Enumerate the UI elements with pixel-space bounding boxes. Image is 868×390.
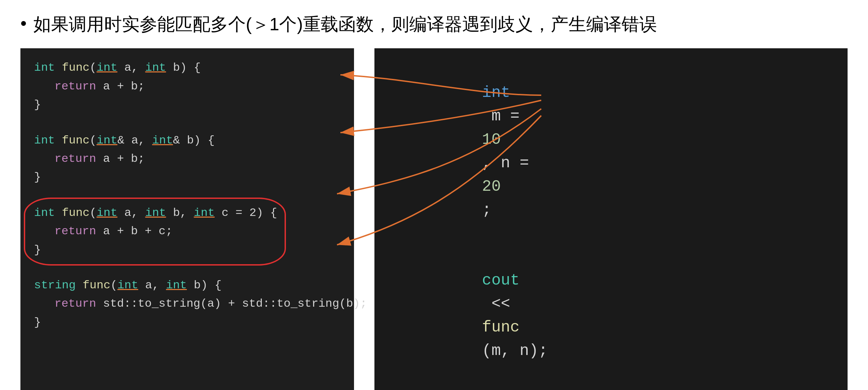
code-line: } xyxy=(34,168,340,186)
code-line: string func(int a, int b) { xyxy=(34,276,340,294)
left-code-panel: int func(int a, int b) { return a + b; }… xyxy=(20,48,354,390)
code-line: return a + b + c; xyxy=(34,222,340,240)
code-line: int func(int a, int b) { xyxy=(34,58,340,77)
code-line: int func(int a, int b, int c = 2) { xyxy=(34,204,340,222)
top-code-box: int m = 10 , n = 20 ; cout << func (m, n… xyxy=(374,48,848,390)
right-code-line1: int m = 10 , n = 20 ; xyxy=(388,58,834,245)
code-line: } xyxy=(34,241,340,259)
code-line: } xyxy=(34,96,340,114)
bullet-text: 如果调用时实参能匹配多个(＞1个)重载函数，则编译器遇到歧义，产生编译错误 xyxy=(33,14,657,35)
content-area: int func(int a, int b) { return a + b; }… xyxy=(20,48,848,390)
right-panel: int m = 10 , n = 20 ; cout << func (m, n… xyxy=(374,48,848,390)
code-block-2: int func(int& a, int& b) { return a + b;… xyxy=(34,131,340,187)
code-line: } xyxy=(34,313,340,332)
code-line: return std::to_string(a) + std::to_strin… xyxy=(34,294,340,313)
code-block-1: int func(int a, int b) { return a + b; } xyxy=(34,58,340,114)
bullet-dot: • xyxy=(20,14,27,33)
code-block-4: string func(int a, int b) { return std::… xyxy=(34,276,340,332)
code-line: return a + b; xyxy=(34,77,340,96)
code-line: int func(int& a, int& b) { xyxy=(34,131,340,150)
slide-container: • 如果调用时实参能匹配多个(＞1个)重载函数，则编译器遇到歧义，产生编译错误 … xyxy=(0,0,868,390)
code-block-3: int func(int a, int b, int c = 2) { retu… xyxy=(34,204,340,259)
bullet-point: • 如果调用时实参能匹配多个(＞1个)重载函数，则编译器遇到歧义，产生编译错误 xyxy=(20,14,848,35)
right-code-line2: cout << func (m, n); xyxy=(388,245,834,386)
code-line: return a + b; xyxy=(34,150,340,168)
